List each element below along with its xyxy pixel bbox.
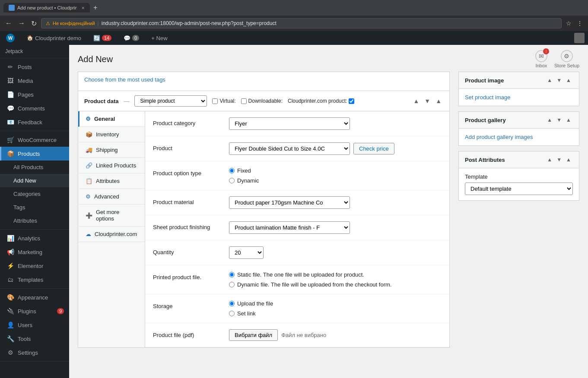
sidebar-item-feedback[interactable]: 📧 Feedback	[0, 115, 69, 129]
tab-general[interactable]: ⚙ General	[78, 111, 145, 127]
sidebar-item-add-new[interactable]: Add New	[0, 174, 69, 187]
product-image-collapse-down[interactable]: ▼	[555, 76, 563, 84]
bookmark-icon[interactable]: ☆	[564, 18, 573, 28]
wp-admin-bar: W 🏠 Cloudprinter demo 🔄 14 💬 0 + New	[0, 31, 588, 45]
posts-icon: ✏	[6, 63, 14, 70]
address-bar[interactable]: ⚠ Не конфіденційний | industry.cloudprin…	[41, 18, 562, 28]
tab-attributes[interactable]: 📋 Attributes	[78, 173, 145, 189]
sidebar-item-settings[interactable]: ⚙ Settings	[0, 346, 69, 359]
cloudprinter-label: Cloudprinter.com product:	[288, 98, 347, 104]
radio-dynamic-file[interactable]: Dynamic file. The file will be uploaded …	[229, 281, 442, 288]
sidebar-item-plugins[interactable]: 🔌 Plugins 9	[0, 304, 69, 318]
inbox-widget[interactable]: ✉ ! Inbox	[535, 50, 547, 68]
radio-set-link-input[interactable]	[229, 311, 235, 316]
radio-upload-file-input[interactable]	[229, 301, 235, 306]
tab-linked-products[interactable]: 🔗 Linked Products	[78, 158, 145, 173]
set-product-image-link[interactable]: Set product image	[465, 94, 511, 101]
radio-static-file[interactable]: Static file. The one file will be upload…	[229, 271, 442, 278]
material-select[interactable]: Product paper 170gsm Machine Co	[229, 196, 350, 209]
radio-upload-file[interactable]: Upload the file	[229, 300, 442, 307]
radio-static-file-input[interactable]	[229, 272, 235, 277]
post-attributes-collapse-down[interactable]: ▼	[555, 156, 563, 164]
site-name-button[interactable]: 🏠 Cloudprinter demo	[24, 31, 84, 45]
material-label: Product material	[153, 196, 222, 205]
finishing-select[interactable]: Product lamination Matte finish - F	[229, 221, 350, 234]
sidebar-item-tools[interactable]: 🔧 Tools	[0, 332, 69, 346]
sidebar-item-tags[interactable]: Tags	[0, 201, 69, 214]
updates-button[interactable]: 🔄 14	[91, 31, 114, 45]
security-label: Не конфіденційний	[53, 21, 95, 26]
cloudprinter-checkbox-label[interactable]: Cloudprinter.com product:	[288, 98, 354, 104]
post-attributes-panel: Post Attributes ▲ ▼ ▲ Template Default t…	[458, 151, 579, 201]
product-select[interactable]: Flyer Double Sided Cut to Size 4.0C	[229, 142, 350, 155]
post-attributes-collapse-up[interactable]: ▲	[545, 156, 554, 164]
downloadable-checkbox[interactable]	[241, 98, 247, 104]
user-avatar[interactable]	[574, 33, 585, 43]
sidebar-item-attributes[interactable]: Attributes	[0, 214, 69, 227]
collapse-toggle-button[interactable]: ▲	[434, 97, 443, 105]
back-button[interactable]: ←	[3, 18, 14, 29]
quantity-select[interactable]: 10 20 50 100	[229, 246, 264, 259]
sidebar-item-media[interactable]: 🖼 Media	[0, 74, 69, 88]
product-gallery-toggle[interactable]: ▲	[564, 116, 573, 124]
collapse-up-button[interactable]: ▲	[411, 97, 421, 105]
forward-button[interactable]: →	[16, 18, 27, 29]
users-icon: 👤	[6, 321, 14, 328]
sidebar-item-products[interactable]: 📦 Products	[0, 147, 69, 161]
sidebar-item-analytics[interactable]: 📊 Analytics	[0, 231, 69, 245]
comments-button[interactable]: 💬 0	[121, 31, 142, 45]
radio-dynamic-file-input[interactable]	[229, 282, 235, 287]
sidebar-item-comments[interactable]: 💬 Comments	[0, 101, 69, 115]
check-price-button[interactable]: Check price	[353, 143, 394, 154]
cloudprinter-checkbox[interactable]	[349, 98, 354, 104]
radio-fixed-label: Fixed	[237, 167, 251, 174]
sidebar-item-appearance[interactable]: 🎨 Appearance	[0, 290, 69, 304]
most-used-tags-link[interactable]: Choose from the most used tags	[84, 76, 443, 83]
sidebar-item-categories[interactable]: Categories	[0, 187, 69, 201]
virtual-checkbox-label[interactable]: Virtual:	[212, 98, 235, 104]
browser-chrome: Add new product • Cloudprinter ✕ +	[0, 0, 588, 16]
new-content-button[interactable]: + New	[149, 31, 170, 45]
product-file-label: Product file (pdf)	[153, 329, 222, 338]
radio-fixed[interactable]: Fixed	[229, 167, 442, 174]
plugins-icon: 🔌	[6, 308, 14, 315]
radio-set-link[interactable]: Set link	[229, 310, 442, 317]
sidebar-item-templates[interactable]: 🗂 Templates	[0, 273, 69, 287]
choose-file-button[interactable]: Вибрати файл	[229, 329, 278, 341]
radio-fixed-input[interactable]	[229, 168, 235, 173]
post-attributes-toggle[interactable]: ▲	[564, 156, 573, 164]
add-product-gallery-images-link[interactable]: Add product gallery images	[465, 134, 533, 140]
tab-shipping[interactable]: 🚚 Shipping	[78, 142, 145, 158]
collapse-down-button[interactable]: ▼	[423, 97, 432, 105]
template-select[interactable]: Default template Full width Sidebar	[465, 183, 573, 195]
refresh-button[interactable]: ↻	[29, 18, 38, 29]
store-setup-widget[interactable]: ⚙ Store Setup	[554, 50, 579, 68]
new-tab-button[interactable]: +	[93, 4, 97, 12]
sidebar-item-posts[interactable]: ✏ Posts	[0, 60, 69, 74]
sidebar-item-woocommerce[interactable]: 🛒 WooCommerce	[0, 133, 69, 147]
tab-advanced[interactable]: ⚙ Advanced	[78, 189, 145, 205]
sidebar-item-marketing[interactable]: 📢 Marketing	[0, 245, 69, 259]
product-gallery-collapse-up[interactable]: ▲	[545, 116, 554, 124]
sidebar-item-users[interactable]: 👤 Users	[0, 318, 69, 332]
sidebar-item-templates-label: Templates	[18, 277, 43, 283]
wp-logo-button[interactable]: W	[3, 31, 17, 45]
browser-tab[interactable]: Add new product • Cloudprinter ✕	[3, 3, 90, 13]
product-gallery-collapse-down[interactable]: ▼	[555, 116, 563, 124]
product-type-select[interactable]: Simple product Variable product Grouped …	[134, 95, 207, 107]
tab-get-more-options[interactable]: ➕ Get more options	[78, 205, 145, 227]
radio-dynamic-input[interactable]	[229, 178, 235, 183]
sidebar-item-elementor[interactable]: ⚡ Elementor	[0, 259, 69, 273]
menu-icon[interactable]: ⋮	[575, 18, 585, 28]
product-image-collapse-up[interactable]: ▲	[545, 76, 554, 84]
tab-close-button[interactable]: ✕	[81, 6, 85, 10]
tab-inventory[interactable]: 📦 Inventory	[78, 127, 145, 142]
product-image-toggle[interactable]: ▲	[564, 76, 573, 84]
sidebar-item-all-products[interactable]: All Products	[0, 161, 69, 174]
tab-cloudprinter[interactable]: ☁ Cloudprinter.com	[78, 227, 145, 242]
virtual-checkbox[interactable]	[212, 98, 218, 104]
category-select[interactable]: Flyer Business Cards	[229, 117, 350, 130]
downloadable-checkbox-label[interactable]: Downloadable:	[241, 98, 283, 104]
sidebar-item-pages[interactable]: 📄 Pages	[0, 88, 69, 101]
radio-dynamic[interactable]: Dynamic	[229, 177, 442, 184]
